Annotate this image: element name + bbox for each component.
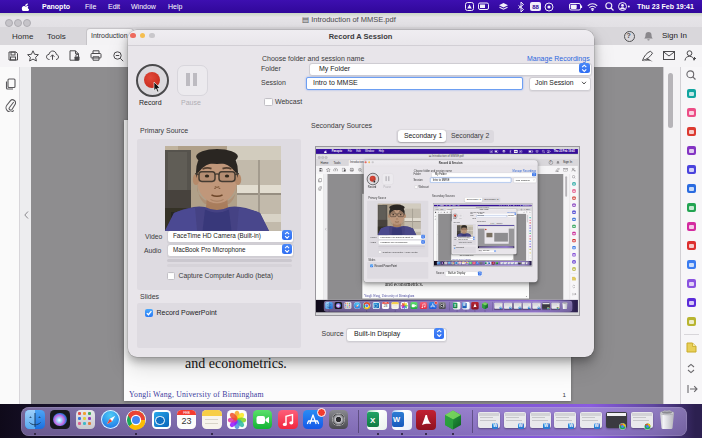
svg-text:88: 88 [532, 4, 539, 10]
